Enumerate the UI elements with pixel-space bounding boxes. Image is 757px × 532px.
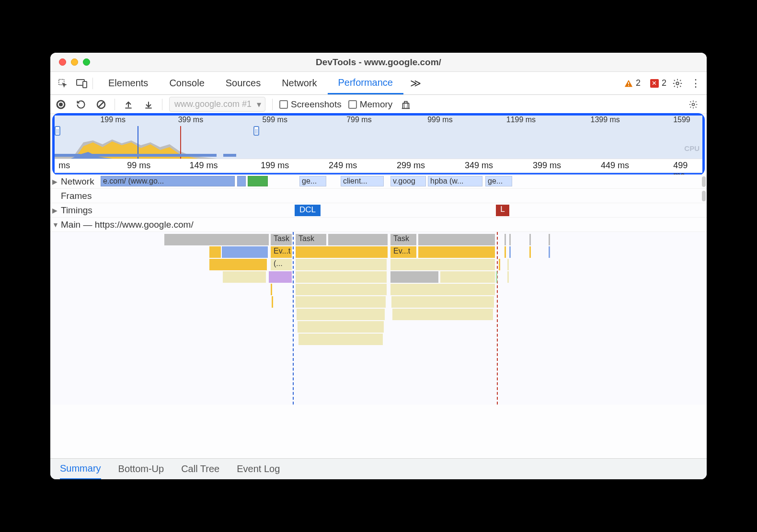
network-track-row[interactable]: ▶ Network e.com/ (www.go...ge...client..…	[50, 174, 707, 189]
settings-icon[interactable]	[672, 78, 687, 89]
flame-bar[interactable]	[392, 309, 493, 320]
timings-track-row[interactable]: ▶ Timings DCL L	[50, 203, 707, 218]
network-request-bar[interactable]: hpba (w...	[428, 176, 482, 186]
timeline-overview[interactable]: 199 ms 399 ms 599 ms 799 ms 999 ms 1199 …	[55, 116, 702, 173]
flame-sliver[interactable]	[509, 234, 511, 245]
overview-ruler: 199 ms 399 ms 599 ms 799 ms 999 ms 1199 …	[55, 116, 702, 126]
flame-sliver[interactable]	[496, 271, 497, 283]
devtools-tabbar: Elements Console Sources Network Perform…	[50, 72, 707, 95]
flame-sliver[interactable]	[272, 296, 273, 308]
flame-bar[interactable]	[298, 321, 384, 333]
error-icon: ✕	[650, 79, 659, 88]
flame-bar[interactable]	[164, 234, 269, 245]
flame-sliver[interactable]	[505, 246, 506, 258]
scrollbar-thumb[interactable]	[702, 191, 706, 201]
flame-bar[interactable]	[418, 246, 495, 258]
flame-sliver[interactable]	[505, 234, 506, 245]
main-track-header[interactable]: ▼ Main — https://www.google.com/	[50, 218, 707, 232]
flame-bar[interactable]: Task	[296, 234, 326, 245]
network-request-bar[interactable]: v.goog	[390, 176, 426, 186]
main-flame-chart[interactable]: TaskTaskTaskEv...tEv...t(...	[50, 232, 707, 405]
flame-sliver[interactable]	[507, 271, 509, 283]
load-line	[497, 232, 498, 405]
upload-profile-icon[interactable]	[122, 98, 135, 111]
load-marker[interactable]: L	[496, 205, 509, 216]
more-tabs-icon[interactable]: ≫	[405, 77, 426, 90]
flame-bar[interactable]: Ev...t	[271, 246, 292, 258]
inspect-element-icon[interactable]	[54, 75, 71, 92]
memory-checkbox[interactable]: Memory	[348, 99, 393, 110]
flame-bar[interactable]	[418, 234, 495, 245]
flame-bar[interactable]	[223, 271, 266, 283]
flame-sliver[interactable]	[509, 246, 511, 258]
flame-bar[interactable]	[296, 284, 387, 295]
flame-bar[interactable]	[390, 284, 495, 295]
tab-elements[interactable]: Elements	[98, 72, 159, 94]
screenshots-checkbox[interactable]: Screenshots	[279, 99, 342, 110]
flame-bar[interactable]	[390, 259, 495, 270]
tab-performance[interactable]: Performance	[328, 72, 404, 94]
network-request-bar[interactable]: ge...	[299, 176, 326, 186]
scrollbar-thumb[interactable]	[702, 176, 706, 187]
flame-sliver[interactable]	[499, 259, 500, 270]
tab-call-tree[interactable]: Call Tree	[181, 459, 219, 479]
flame-bar[interactable]	[296, 246, 388, 258]
flame-sliver[interactable]	[507, 259, 509, 270]
flame-bar[interactable]	[296, 259, 387, 270]
tab-event-log[interactable]: Event Log	[237, 459, 280, 479]
overview-handle-left[interactable]: ||	[55, 126, 60, 136]
network-request-bar[interactable]: e.com/ (www.go...	[101, 176, 235, 186]
flame-bar[interactable]	[328, 234, 388, 245]
flame-sliver[interactable]	[529, 246, 531, 258]
tab-summary[interactable]: Summary	[60, 459, 101, 480]
flame-bar[interactable]	[297, 309, 385, 320]
flame-bar[interactable]: (...	[271, 259, 292, 270]
frames-track-row[interactable]: Frames	[50, 189, 707, 203]
flame-bar[interactable]	[269, 271, 292, 283]
flame-sliver[interactable]	[549, 246, 550, 258]
flame-bar[interactable]	[222, 246, 268, 258]
download-profile-icon[interactable]	[142, 98, 155, 111]
flame-bar[interactable]	[391, 296, 494, 308]
network-request-bar[interactable]	[237, 176, 246, 186]
tracks-area[interactable]: ▶ Network e.com/ (www.go...ge...client..…	[50, 174, 707, 458]
svg-line-9	[99, 102, 103, 107]
reload-record-button[interactable]	[74, 98, 88, 111]
collect-garbage-icon[interactable]	[399, 98, 413, 111]
flame-sliver[interactable]	[529, 234, 531, 245]
cpu-label: CPU	[684, 144, 700, 152]
tab-network[interactable]: Network	[271, 72, 327, 94]
flame-bar[interactable]	[298, 334, 383, 345]
kebab-menu-icon[interactable]: ⋮	[688, 77, 703, 90]
flame-bar[interactable]	[296, 296, 386, 308]
flame-bar[interactable]	[296, 271, 387, 283]
errors-badge[interactable]: ✕ 2	[646, 78, 670, 88]
recording-selector[interactable]: www.google.com #1	[169, 97, 265, 112]
dcl-marker[interactable]: DCL	[295, 205, 321, 216]
overview-handle-right[interactable]: ||	[253, 126, 259, 136]
network-request-bar[interactable]: client...	[341, 176, 384, 186]
flame-bar[interactable]	[209, 246, 221, 258]
flame-sliver[interactable]	[271, 284, 272, 295]
tab-sources[interactable]: Sources	[215, 72, 271, 94]
flame-bar[interactable]	[440, 271, 495, 283]
flame-bar[interactable]: Ev...t	[390, 246, 416, 258]
tab-bottom-up[interactable]: Bottom-Up	[118, 459, 164, 479]
svg-point-10	[692, 103, 695, 105]
flame-bar[interactable]: Task	[390, 234, 416, 245]
record-button[interactable]	[54, 98, 68, 111]
device-toolbar-icon[interactable]	[73, 75, 91, 92]
clear-button[interactable]	[94, 98, 108, 111]
network-request-bar[interactable]	[248, 176, 268, 186]
flame-bar[interactable]	[390, 271, 438, 283]
detail-ruler: ms 99 ms 149 ms 199 ms 249 ms 299 ms 349…	[55, 159, 702, 172]
svg-rect-4	[628, 85, 629, 86]
panel-settings-icon[interactable]	[688, 100, 703, 109]
flame-bar[interactable]	[209, 259, 267, 270]
flame-bar[interactable]: Task	[271, 234, 292, 245]
flame-sliver[interactable]	[549, 234, 550, 245]
tab-console[interactable]: Console	[159, 72, 215, 94]
network-request-bar[interactable]: ge...	[485, 176, 512, 186]
warnings-badge[interactable]: 2	[620, 78, 644, 88]
svg-rect-3	[628, 82, 629, 84]
